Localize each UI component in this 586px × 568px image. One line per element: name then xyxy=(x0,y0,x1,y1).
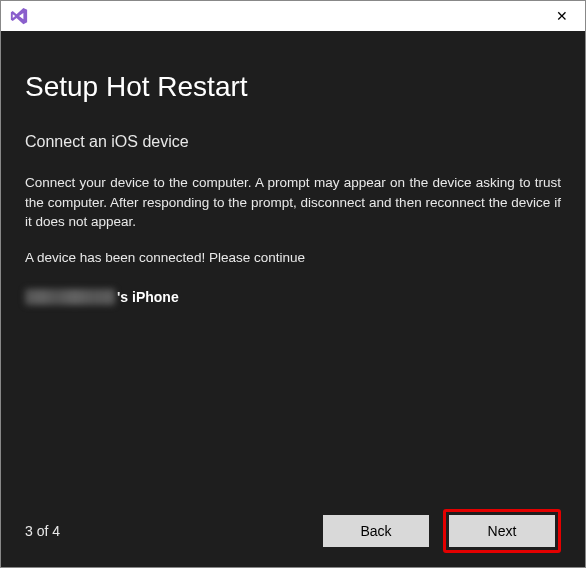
visual-studio-icon xyxy=(9,6,29,26)
next-button-highlight: Next xyxy=(443,509,561,553)
titlebar: ✕ xyxy=(1,1,585,31)
instruction-text: Connect your device to the computer. A p… xyxy=(25,173,561,232)
wizard-footer: 3 of 4 Back Next xyxy=(25,509,561,553)
page-title: Setup Hot Restart xyxy=(25,71,561,103)
close-icon[interactable]: ✕ xyxy=(547,1,577,31)
back-button[interactable]: Back xyxy=(323,515,429,547)
device-suffix: 's iPhone xyxy=(117,289,179,305)
wizard-content: Setup Hot Restart Connect an iOS device … xyxy=(1,31,585,567)
device-owner-redacted xyxy=(25,289,115,305)
device-name: 's iPhone xyxy=(25,289,561,305)
connection-status: A device has been connected! Please cont… xyxy=(25,250,561,265)
button-row: Back Next xyxy=(323,509,561,553)
next-button[interactable]: Next xyxy=(449,515,555,547)
page-subtitle: Connect an iOS device xyxy=(25,133,561,151)
step-indicator: 3 of 4 xyxy=(25,523,60,539)
